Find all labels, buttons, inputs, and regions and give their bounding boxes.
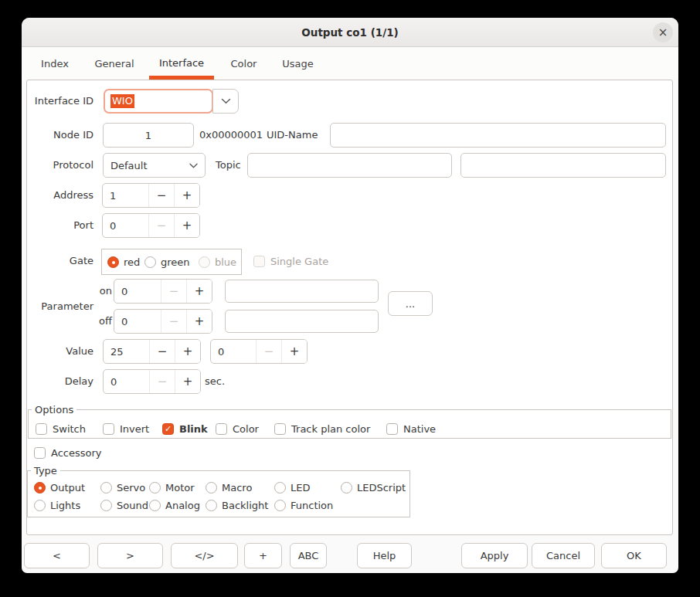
tab-color[interactable]: Color [222,48,266,80]
radio-icon[interactable] [206,482,217,494]
port-value[interactable]: 0 [103,214,148,237]
option-switch-checkbox[interactable]: Switch [36,422,86,436]
option-track-plan-color-checkbox[interactable]: Track plan color [274,422,370,436]
radio-icon[interactable] [34,500,46,511]
value-2[interactable]: 0 [211,340,256,363]
value-1-increment-button[interactable]: + [175,340,200,363]
tab-general[interactable]: General [85,48,144,80]
checkbox-icon[interactable] [386,423,398,435]
radio-icon[interactable] [199,256,210,268]
parameter-off-input[interactable] [225,310,379,333]
parameter-on-decrement-button[interactable]: − [161,280,186,303]
type-radio-macro[interactable]: Macro [206,481,252,494]
abc-button[interactable]: ABC [290,543,327,568]
gate-radio-blue[interactable]: blue [199,256,236,269]
checkbox-icon[interactable] [253,256,265,267]
topic-input-2[interactable] [460,153,666,178]
tab-index[interactable]: Index [31,48,79,80]
address-decrement-button[interactable]: − [148,184,174,207]
radio-icon[interactable] [274,500,286,511]
parameter-off-decrement-button[interactable]: − [161,310,186,333]
add-button[interactable]: + [244,543,282,568]
value-2-decrement-button[interactable]: − [256,340,281,363]
gate-radio-red[interactable]: red [107,256,140,269]
value-1[interactable]: 25 [104,340,149,363]
checkbox-icon[interactable] [36,423,47,435]
tab-interface[interactable]: Interface [149,48,214,80]
radio-icon[interactable] [144,256,156,268]
option-blink-checkbox[interactable]: ✓ Blink [162,422,208,436]
ok-button[interactable]: OK [601,543,667,568]
radio-icon[interactable] [149,482,161,494]
type-radio-sound[interactable]: Sound [100,499,148,512]
type-radio-led[interactable]: LED [274,481,310,494]
checkbox-icon[interactable] [34,447,46,459]
port-decrement-button[interactable]: − [148,214,174,237]
node-id-input[interactable]: 1 [103,123,194,148]
checkbox-icon[interactable] [274,423,286,435]
options-group-title: Options [32,403,76,416]
parameter-off-increment-button[interactable]: + [186,310,212,333]
radio-checked-icon[interactable] [107,256,119,268]
accessory-checkbox[interactable]: Accessory [34,446,102,460]
parameter-on-increment-button[interactable]: + [186,280,212,303]
type-radio-ledscript[interactable]: LEDScript [341,481,406,494]
parameter-off-spinbox[interactable]: 0 − + [114,309,212,334]
checkbox-checked-icon[interactable]: ✓ [162,423,174,435]
topic-input-1[interactable] [247,153,452,178]
radio-icon[interactable] [149,500,161,511]
value-1-decrement-button[interactable]: − [149,340,175,363]
delay-increment-button[interactable]: + [175,370,200,393]
parameter-on-value[interactable]: 0 [114,280,161,303]
apply-button[interactable]: Apply [461,543,528,568]
type-radio-output[interactable]: Output [34,481,85,494]
parameter-more-button[interactable]: ... [388,291,433,316]
type-radio-function[interactable]: Function [274,499,333,512]
radio-icon[interactable] [341,482,352,494]
radio-icon[interactable] [206,500,217,511]
value-spinbox-1[interactable]: 25 − + [103,339,201,364]
single-gate-checkbox[interactable]: Single Gate [253,255,328,268]
next-button[interactable]: > [97,543,163,568]
radio-checked-icon[interactable] [34,482,46,494]
delay-spinbox[interactable]: 0 − + [103,369,201,394]
protocol-select[interactable]: Default [103,153,206,178]
interface-id-dropdown-button[interactable] [212,89,239,114]
type-radio-analog[interactable]: Analog [149,499,200,512]
delay-value[interactable]: 0 [104,370,149,393]
cancel-button[interactable]: Cancel [532,543,595,568]
tab-usage[interactable]: Usage [274,48,322,80]
type-radio-backlight[interactable]: Backlight [206,499,268,512]
option-invert-checkbox[interactable]: Invert [103,422,149,436]
gate-radio-green[interactable]: green [144,256,190,269]
radio-icon[interactable] [274,482,286,494]
checkbox-icon[interactable] [216,423,227,435]
type-radio-lights[interactable]: Lights [34,499,80,512]
port-increment-button[interactable]: + [174,214,199,237]
titlebar[interactable]: Output co1 (1/1) × [22,18,678,47]
close-button[interactable]: × [653,22,673,42]
address-increment-button[interactable]: + [174,184,199,207]
uid-name-input[interactable] [330,123,666,148]
option-color-checkbox[interactable]: Color [216,422,259,436]
option-native-checkbox[interactable]: Native [386,422,436,436]
parameter-off-value[interactable]: 0 [114,310,161,333]
interface-id-input[interactable]: WIO [104,89,213,114]
type-radio-servo[interactable]: Servo [100,481,145,494]
code-button[interactable]: </> [171,543,238,568]
parameter-on-input[interactable] [225,280,379,303]
value-2-increment-button[interactable]: + [281,340,307,363]
prev-button[interactable]: < [24,543,90,568]
window-title: Output co1 (1/1) [301,26,398,39]
radio-icon[interactable] [100,482,112,494]
radio-icon[interactable] [100,500,112,511]
help-button[interactable]: Help [357,543,412,568]
value-spinbox-2[interactable]: 0 − + [210,339,308,364]
port-spinbox[interactable]: 0 − + [102,213,200,238]
address-value[interactable]: 1 [103,184,148,207]
checkbox-icon[interactable] [103,423,114,435]
parameter-on-spinbox[interactable]: 0 − + [114,279,212,304]
address-spinbox[interactable]: 1 − + [102,183,200,208]
type-radio-motor[interactable]: Motor [149,481,195,494]
delay-decrement-button[interactable]: − [149,370,175,393]
